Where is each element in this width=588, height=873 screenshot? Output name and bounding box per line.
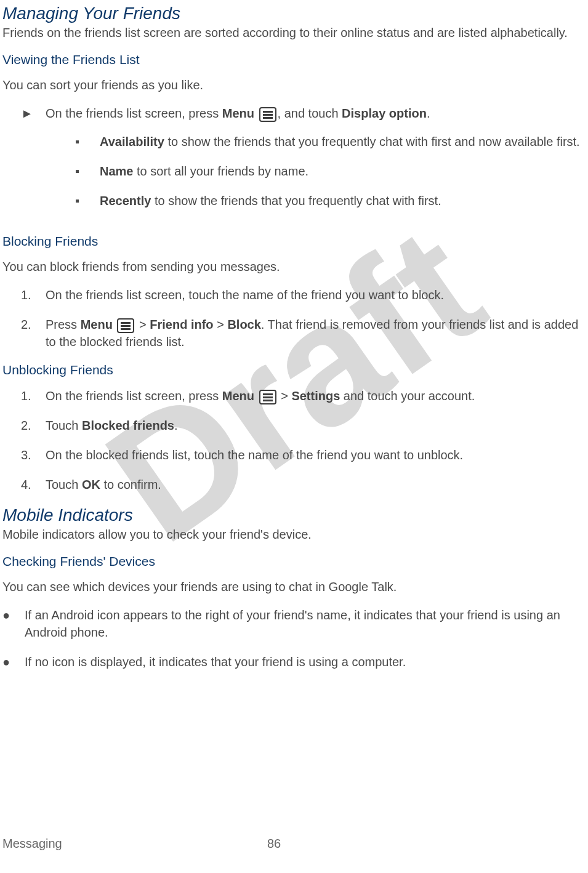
text: , and touch bbox=[278, 107, 342, 120]
bold-text: Menu bbox=[222, 107, 254, 120]
text: > bbox=[135, 318, 150, 331]
dot-marker-icon: ● bbox=[2, 653, 25, 670]
square-marker-icon: ▪ bbox=[75, 192, 100, 209]
bold-text: Display option bbox=[342, 107, 427, 120]
bold-text: Friend info bbox=[150, 318, 213, 331]
step-content: On the friends list screen, press Menu >… bbox=[46, 387, 582, 404]
text: Touch bbox=[46, 478, 82, 491]
number-marker: 2. bbox=[21, 417, 46, 434]
step-item: 2. Press Menu > Friend info > Block. Tha… bbox=[2, 316, 582, 350]
text: > bbox=[278, 389, 292, 403]
bold-text: Block bbox=[227, 318, 260, 331]
text: Touch bbox=[46, 419, 82, 432]
sub-item: ▪ Availability to show the friends that … bbox=[75, 133, 582, 150]
arrow-marker-icon: ► bbox=[21, 105, 46, 122]
bold-text: OK bbox=[82, 478, 100, 491]
bold-text: Recently bbox=[100, 194, 151, 207]
text: to show the friends that you frequently … bbox=[164, 135, 580, 148]
sub-item: ▪ Recently to show the friends that you … bbox=[75, 192, 582, 209]
menu-icon bbox=[259, 107, 276, 122]
bold-text: Blocked friends bbox=[82, 419, 174, 432]
step-item: 3. On the blocked friends list, touch th… bbox=[2, 446, 582, 464]
step-item: ► On the friends list screen, press Menu… bbox=[2, 105, 582, 222]
bullet-item: ● If an Android icon appears to the righ… bbox=[2, 606, 582, 641]
step-content: On the friends list screen, touch the na… bbox=[46, 286, 582, 304]
bold-text: Name bbox=[100, 164, 133, 178]
bold-text: Menu bbox=[222, 389, 254, 403]
text: On the friends list screen, press bbox=[46, 389, 222, 403]
number-marker: 1. bbox=[21, 286, 46, 304]
bold-text: Availability bbox=[100, 135, 164, 148]
step-item: 2. Touch Blocked friends. bbox=[2, 417, 582, 434]
text: to confirm. bbox=[100, 478, 161, 491]
number-marker: 4. bbox=[21, 476, 46, 493]
square-marker-icon: ▪ bbox=[75, 163, 100, 180]
bullet-content: If no icon is displayed, it indicates th… bbox=[25, 653, 582, 670]
step-content: On the blocked friends list, touch the n… bbox=[46, 446, 582, 464]
heading-blocking-friends: Blocking Friends bbox=[2, 234, 582, 249]
text: On the friends list screen, press bbox=[46, 107, 222, 120]
heading-checking-friends-devices: Checking Friends' Devices bbox=[2, 554, 582, 569]
heading-mobile-indicators: Mobile Indicators bbox=[2, 505, 582, 525]
step-item: 1. On the friends list screen, touch the… bbox=[2, 286, 582, 304]
heading-viewing-friends-list: Viewing the Friends List bbox=[2, 52, 582, 67]
para-text: You can block friends from sending you m… bbox=[2, 259, 582, 275]
step-content: Touch OK to confirm. bbox=[46, 476, 582, 493]
number-marker: 1. bbox=[21, 387, 46, 404]
menu-icon bbox=[259, 390, 276, 404]
step-content: Press Menu > Friend info > Block. That f… bbox=[46, 316, 582, 350]
para-text: You can sort your friends as you like. bbox=[2, 77, 582, 94]
heading-unblocking-friends: Unblocking Friends bbox=[2, 363, 582, 377]
bullet-content: If an Android icon appears to the right … bbox=[25, 606, 582, 641]
intro-text: Friends on the friends list screen are s… bbox=[2, 25, 582, 41]
footer-section-title: Messaging bbox=[2, 837, 62, 851]
sub-content: Recently to show the friends that you fr… bbox=[100, 192, 582, 209]
step-content: Touch Blocked friends. bbox=[46, 417, 582, 434]
heading-managing-friends: Managing Your Friends bbox=[2, 4, 582, 23]
text: and touch your account. bbox=[340, 389, 475, 403]
page-footer: Messaging 86 bbox=[2, 837, 582, 851]
menu-icon bbox=[117, 318, 134, 333]
dot-marker-icon: ● bbox=[2, 606, 25, 624]
number-marker: 2. bbox=[21, 316, 46, 333]
text: to show the friends that you frequently … bbox=[151, 194, 441, 207]
bullet-item: ● If no icon is displayed, it indicates … bbox=[2, 653, 582, 670]
step-content: On the friends list screen, press Menu ,… bbox=[46, 105, 582, 222]
text: to sort all your friends by name. bbox=[133, 164, 308, 178]
sub-content: Name to sort all your friends by name. bbox=[100, 163, 582, 180]
text: Press bbox=[46, 318, 81, 331]
footer-page-number: 86 bbox=[267, 837, 281, 851]
text: > bbox=[214, 318, 228, 331]
sub-item: ▪ Name to sort all your friends by name. bbox=[75, 163, 582, 180]
square-marker-icon: ▪ bbox=[75, 133, 100, 150]
sub-content: Availability to show the friends that yo… bbox=[100, 133, 582, 150]
text: . bbox=[174, 419, 178, 432]
step-item: 1. On the friends list screen, press Men… bbox=[2, 387, 582, 404]
step-item: 4. Touch OK to confirm. bbox=[2, 476, 582, 493]
bold-text: Menu bbox=[81, 318, 113, 331]
number-marker: 3. bbox=[21, 446, 46, 464]
intro-text: Mobile indicators allow you to check you… bbox=[2, 526, 582, 543]
para-text: You can see which devices your friends a… bbox=[2, 579, 582, 595]
text: . bbox=[427, 107, 430, 120]
bold-text: Settings bbox=[291, 389, 340, 403]
